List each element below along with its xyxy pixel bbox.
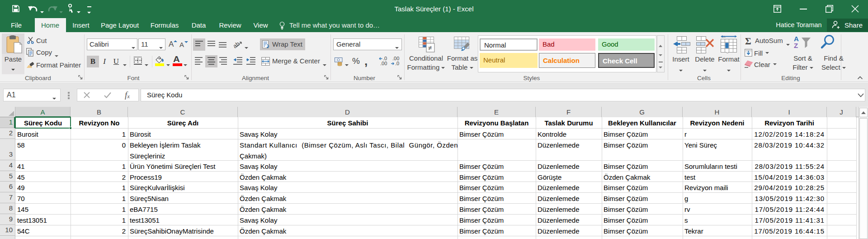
svg-text:≠: ≠ xyxy=(428,44,432,52)
svg-text:.00: .00 xyxy=(380,61,387,66)
svg-text:ab: ab xyxy=(234,40,241,49)
